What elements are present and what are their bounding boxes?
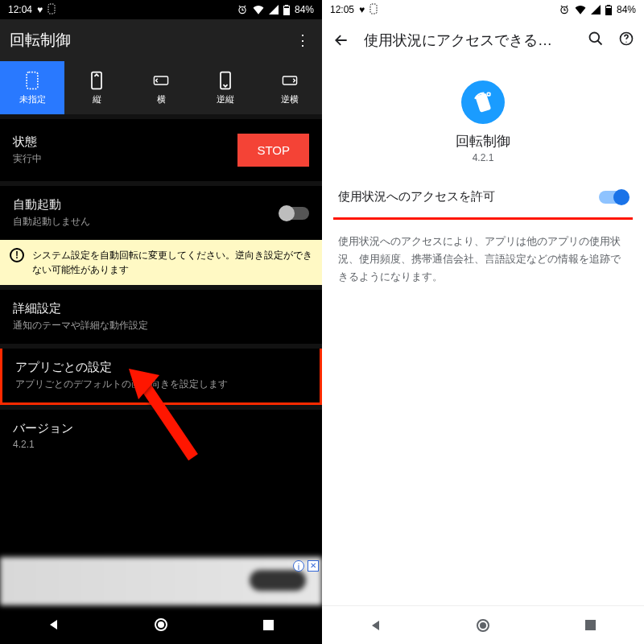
detail-subtitle: 通知のテーマや詳細な動作設定: [13, 319, 309, 332]
overflow-menu-icon[interactable]: ⋮: [293, 31, 312, 49]
usage-access-label: 使用状況へのアクセスを許可: [338, 189, 599, 204]
usage-access-switch[interactable]: [599, 191, 628, 204]
perapp-title: アプリごとの設定: [15, 360, 307, 375]
ad-banner[interactable]: [0, 557, 322, 605]
help-icon[interactable]: [618, 31, 634, 50]
state-title: 状態: [13, 134, 237, 150]
app-version: 4.2.1: [473, 152, 494, 163]
tab-label: 逆縦: [217, 93, 234, 105]
ad-info-icon[interactable]: i: [293, 560, 304, 572]
app-name: 回転制御: [456, 132, 510, 151]
orientation-tabs: 未指定 縦 横 逆縦 逆横: [0, 61, 322, 114]
autostart-subtitle: 自動起動しません: [13, 215, 280, 229]
warning-text: システム設定を自動回転に変更してください。逆向き設定ができない可能性があります: [32, 248, 312, 277]
autostart-row[interactable]: 自動起動 自動起動しません: [0, 186, 322, 240]
heart-icon: ♥: [359, 4, 365, 15]
detail-title: 詳細設定: [13, 301, 309, 316]
nav-back-icon[interactable]: [46, 617, 62, 633]
svg-rect-12: [263, 620, 274, 630]
clock: 12:04: [8, 4, 32, 15]
version-row[interactable]: バージョン 4.2.1: [0, 410, 322, 461]
alarm-icon: [237, 4, 248, 15]
alarm-icon: [559, 4, 570, 15]
clock: 12:05: [330, 4, 354, 15]
warning-banner: ! システム設定を自動回転に変更してください。逆向き設定ができない可能性がありま…: [0, 240, 322, 285]
notif-icon: [369, 3, 378, 17]
nav-recents-icon[interactable]: [260, 617, 276, 633]
wifi-icon: [253, 5, 264, 14]
svg-rect-16: [607, 5, 610, 6]
tab-reverse-landscape[interactable]: 逆横: [258, 61, 322, 114]
nav-home-icon[interactable]: [475, 617, 491, 634]
heart-icon: ♥: [37, 4, 43, 15]
state-subtitle: 実行中: [13, 152, 237, 166]
svg-rect-26: [585, 620, 596, 630]
svg-point-20: [625, 42, 626, 43]
tab-unspecified[interactable]: 未指定: [0, 61, 64, 114]
version-value: 4.2.1: [13, 439, 309, 450]
svg-rect-17: [606, 6, 611, 8]
tab-landscape[interactable]: 横: [129, 61, 193, 114]
svg-point-18: [590, 33, 600, 43]
svg-point-23: [488, 93, 489, 95]
back-icon[interactable]: [332, 31, 351, 50]
svg-point-25: [480, 622, 486, 629]
svg-rect-3: [285, 5, 288, 6]
status-bar: 12:05 ♥ 84%: [322, 0, 644, 19]
version-title: バージョン: [13, 421, 309, 436]
svg-point-11: [158, 621, 164, 628]
tab-portrait[interactable]: 縦: [64, 61, 129, 114]
tab-label: 横: [157, 93, 166, 105]
svg-rect-13: [370, 4, 377, 14]
battery-text: 84%: [295, 4, 314, 15]
wifi-icon: [575, 5, 586, 14]
app-icon: [461, 80, 505, 124]
nav-home-icon[interactable]: [153, 617, 169, 633]
autostart-title: 自動起動: [13, 197, 280, 213]
usage-access-row[interactable]: 使用状況へのアクセスを許可: [322, 176, 644, 217]
autostart-switch[interactable]: [280, 207, 309, 220]
notif-icon: [47, 3, 56, 17]
app-header: 回転制御 4.2.1: [322, 61, 644, 176]
app-title: 回転制御: [10, 30, 293, 51]
usage-access-description: 使用状況へのアクセスにより、アプリは他のアプリの使用状況、使用頻度、携帯通信会社…: [322, 220, 644, 299]
state-row: 状態 実行中 STOP: [0, 119, 322, 181]
signal-icon: [591, 5, 601, 14]
tab-label: 逆横: [281, 93, 299, 105]
battery-icon: [605, 5, 612, 15]
svg-rect-0: [48, 4, 55, 14]
svg-rect-4: [284, 6, 289, 8]
battery-icon: [283, 5, 290, 15]
nav-recents-icon[interactable]: [582, 617, 598, 634]
per-app-settings-row[interactable]: アプリごとの設定 アプリごとのデフォルトの画面向きを設定します: [0, 349, 322, 405]
tab-label: 縦: [93, 93, 101, 105]
tab-reverse-portrait[interactable]: 逆縦: [193, 61, 258, 114]
detail-settings-row[interactable]: 詳細設定 通知のテーマや詳細な動作設定: [0, 290, 322, 344]
tab-label: 未指定: [19, 93, 46, 105]
app-bar: 回転制御 ⋮: [0, 19, 322, 61]
stop-button[interactable]: STOP: [237, 134, 309, 167]
page-title: 使用状況にアクセスできる…: [364, 31, 583, 50]
search-icon[interactable]: [588, 31, 604, 50]
app-bar: 使用状況にアクセスできる…: [322, 19, 644, 61]
warning-icon: !: [10, 248, 24, 262]
perapp-subtitle: アプリごとのデフォルトの画面向きを設定します: [15, 378, 307, 391]
nav-bar: [0, 605, 322, 644]
battery-text: 84%: [617, 4, 636, 15]
svg-rect-5: [27, 72, 38, 89]
nav-bar: [322, 605, 644, 644]
ad-close-icon[interactable]: ✕: [308, 560, 319, 572]
signal-icon: [269, 5, 279, 14]
status-bar: 12:04 ♥ 84%: [0, 0, 322, 19]
nav-back-icon[interactable]: [368, 617, 384, 634]
